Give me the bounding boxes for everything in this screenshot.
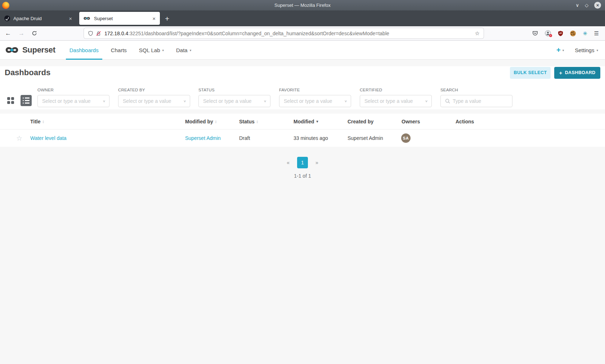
extension-asterisk-icon[interactable]: ✳ xyxy=(583,31,587,36)
new-dashboard-button[interactable]: + DASHBOARD xyxy=(554,67,600,79)
url-text[interactable]: 172.18.0.4:32251/dashboard/list/?pageInd… xyxy=(104,31,472,36)
page-1-button[interactable]: 1 xyxy=(297,157,308,168)
tab-close-icon[interactable]: × xyxy=(68,15,73,22)
list-view-toggle[interactable] xyxy=(21,95,32,106)
cookie-icon[interactable] xyxy=(570,31,576,36)
druid-logo-icon xyxy=(4,15,10,21)
extension-person-icon[interactable]: × xyxy=(545,30,551,36)
select-placeholder: Select or type a value xyxy=(203,98,264,104)
nav-right: + ▾ Settings ▾ xyxy=(556,46,605,54)
nav-items: Dashboards Charts SQL Lab ▾ Data ▾ xyxy=(63,41,197,59)
filter-bar: OWNER Select or type a value ∨ CREATED B… xyxy=(0,81,605,108)
prev-page-button[interactable]: « xyxy=(287,160,290,165)
new-dashboard-label: DASHBOARD xyxy=(565,70,596,75)
chevron-down-icon: ▾ xyxy=(563,49,564,52)
nav-label: Charts xyxy=(111,47,127,53)
column-header-modified[interactable]: Modified ▾ xyxy=(293,114,318,129)
bulk-select-button[interactable]: BULK SELECT xyxy=(510,67,551,79)
plus-icon: + xyxy=(559,70,562,76)
pagination: « 1 » xyxy=(0,157,605,168)
column-label: Owners xyxy=(402,119,420,124)
shield-icon[interactable] xyxy=(88,31,93,36)
forward-button[interactable]: → xyxy=(18,30,24,36)
url-bar[interactable]: 172.18.0.4:32251/dashboard/list/?pageInd… xyxy=(84,28,484,38)
search-field[interactable] xyxy=(440,95,512,107)
column-header-status[interactable]: Status ▴▾ xyxy=(239,114,258,129)
certified-select[interactable]: Select or type a value ∨ xyxy=(360,95,432,107)
dashboard-title-cell: Water level data xyxy=(30,129,67,147)
nav-data[interactable]: Data ▾ xyxy=(170,41,197,59)
favorite-select[interactable]: Select or type a value ∨ xyxy=(279,95,351,107)
column-header-title[interactable]: Title ▴▾ xyxy=(30,114,44,129)
chevron-down-icon: ∨ xyxy=(344,99,347,103)
superset-infinity-logo xyxy=(4,46,20,54)
screen: Superset — Mozilla Firefox ∨ ◇ × Apache … xyxy=(0,0,605,364)
chevron-down-icon: ∨ xyxy=(103,99,106,103)
select-placeholder: Select or type a value xyxy=(284,98,344,104)
filter-label: STATUS xyxy=(198,88,215,92)
tab-apache-druid[interactable]: Apache Druid × xyxy=(1,12,76,25)
hamburger-menu-icon[interactable]: ☰ xyxy=(594,31,599,36)
dashboard-title-link[interactable]: Water level data xyxy=(30,135,67,141)
card-view-toggle[interactable] xyxy=(7,97,15,105)
close-window-icon[interactable]: × xyxy=(594,2,601,9)
maximize-icon[interactable]: ◇ xyxy=(585,3,588,8)
tab-close-icon[interactable]: × xyxy=(152,15,156,22)
plus-icon: + xyxy=(556,46,561,54)
header-buttons: BULK SELECT + DASHBOARD xyxy=(510,67,600,79)
select-placeholder: Select or type a value xyxy=(42,98,103,104)
sort-icon: ▴▾ xyxy=(43,120,44,123)
column-header-actions: Actions xyxy=(456,114,474,129)
chevron-down-icon: ▾ xyxy=(162,49,164,52)
favorite-star-icon[interactable]: ☆ xyxy=(16,129,22,147)
search-input[interactable] xyxy=(453,98,508,104)
svg-text:uO: uO xyxy=(559,32,562,34)
new-item-menu[interactable]: + ▾ xyxy=(556,46,564,54)
owner-select[interactable]: Select or type a value ∨ xyxy=(37,95,109,107)
minimize-icon[interactable]: ∨ xyxy=(575,3,579,8)
chevron-down-icon: ▾ xyxy=(596,49,598,52)
insecure-lock-icon[interactable] xyxy=(96,31,101,36)
table-row: ☆ Water level data Superset Admin Draft … xyxy=(0,129,605,147)
page-title: Dashboards xyxy=(5,68,50,77)
chevron-down-icon: ∨ xyxy=(183,99,186,103)
modified-cell: 33 minutes ago xyxy=(293,129,328,147)
tab-superset[interactable]: Superset × xyxy=(79,12,160,25)
window-title: Superset — Mozilla Firefox xyxy=(0,3,605,8)
reload-button[interactable] xyxy=(32,31,37,36)
modified-by-cell: Superset Admin xyxy=(185,129,221,147)
status-select[interactable]: Select or type a value ∨ xyxy=(198,95,270,107)
created-by-cell: Superset Admin xyxy=(348,129,383,147)
column-label: Title xyxy=(30,119,41,124)
ublock-shield-icon[interactable]: uO xyxy=(558,31,563,36)
modified-by-link[interactable]: Superset Admin xyxy=(185,135,221,141)
chevron-down-icon: ∨ xyxy=(425,99,428,103)
back-button[interactable]: ← xyxy=(5,30,11,36)
column-label: Status xyxy=(239,119,255,124)
url-path: :32251/dashboard/list/?pageIndex=0&sortC… xyxy=(128,31,389,36)
column-label: Created by xyxy=(348,119,373,124)
nav-sql-lab[interactable]: SQL Lab ▾ xyxy=(133,41,170,59)
browser-toolbar: ← → 172.18.0.4:32251/dashboard/list/?pag… xyxy=(0,26,605,41)
nav-label: SQL Lab xyxy=(139,47,160,53)
nav-charts[interactable]: Charts xyxy=(105,41,133,59)
column-header-owners: Owners xyxy=(402,114,420,129)
chevron-down-icon: ▾ xyxy=(190,49,192,52)
browser-tabbar: Apache Druid × Superset × + xyxy=(0,10,605,26)
bookmark-star-icon[interactable]: ☆ xyxy=(475,30,480,37)
new-tab-button[interactable]: + xyxy=(165,15,169,22)
pocket-icon[interactable] xyxy=(532,31,538,36)
nav-label: Data xyxy=(176,47,188,53)
created-by-select[interactable]: Select or type a value ∨ xyxy=(118,95,190,107)
column-header-created-by: Created by xyxy=(348,114,373,129)
brand-name: Superset xyxy=(22,45,55,55)
tab-label: Apache Druid xyxy=(13,16,68,21)
column-header-modified-by[interactable]: Modified by ▴▾ xyxy=(185,114,216,129)
select-placeholder: Select or type a value xyxy=(123,98,183,104)
settings-menu[interactable]: Settings ▾ xyxy=(575,47,598,53)
search-icon xyxy=(445,99,450,104)
owner-avatar[interactable]: SA xyxy=(401,133,411,143)
next-page-button[interactable]: » xyxy=(315,160,318,165)
nav-dashboards[interactable]: Dashboards xyxy=(63,41,105,59)
page-header-section: Dashboards BULK SELECT + DASHBOARD OWNER… xyxy=(0,66,605,109)
